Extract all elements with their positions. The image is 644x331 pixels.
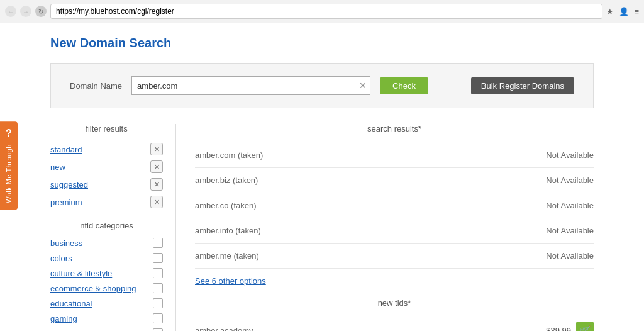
ntld-colors-link[interactable]: colors bbox=[50, 254, 72, 263]
result-domain-2: amber.co (taken) bbox=[195, 201, 257, 210]
result-row-2: amber.co (taken) Not Available bbox=[195, 193, 594, 218]
ntld-gaming: gaming bbox=[50, 313, 163, 323]
address-bar[interactable] bbox=[50, 4, 602, 19]
tld-row-0: amber.academy $39.99 🛒 bbox=[195, 315, 594, 331]
results-title: search results* bbox=[195, 124, 594, 133]
ntld-colors: colors bbox=[50, 253, 163, 263]
ntld-educational-link[interactable]: educational bbox=[50, 299, 92, 308]
help-tab[interactable]: ? Walk Me Through bbox=[0, 121, 18, 210]
filter-standard-link[interactable]: standard bbox=[50, 145, 82, 154]
browser-chrome: ← → ↻ ★ 👤 ≡ bbox=[0, 0, 644, 23]
result-row-0: amber.com (taken) Not Available bbox=[195, 143, 594, 168]
ntld-culture-link[interactable]: culture & lifestyle bbox=[50, 269, 112, 278]
tld-domain-0: amber.academy bbox=[195, 326, 253, 332]
menu-icon: ≡ bbox=[634, 7, 639, 16]
filter-premium: premium ✕ bbox=[50, 196, 163, 208]
remove-new-btn[interactable]: ✕ bbox=[150, 160, 163, 173]
walkthrough-label: Walk Me Through bbox=[5, 144, 13, 203]
filter-new: new ✕ bbox=[50, 160, 163, 173]
domain-name-label: Domain Name bbox=[70, 81, 122, 91]
filter-premium-link[interactable]: premium bbox=[50, 198, 82, 207]
tld-price-0: $39.99 bbox=[546, 326, 571, 332]
result-domain-0: amber.com (taken) bbox=[195, 150, 263, 160]
remove-standard-btn[interactable]: ✕ bbox=[150, 143, 163, 155]
remove-suggested-btn[interactable]: ✕ bbox=[150, 178, 163, 191]
result-domain-1: amber.biz (taken) bbox=[195, 176, 258, 185]
remove-premium-btn[interactable]: ✕ bbox=[150, 196, 163, 208]
profile-icon: 👤 bbox=[619, 7, 629, 16]
ntld-educational-checkbox[interactable] bbox=[153, 298, 163, 308]
search-box-area: Domain Name ✕ Check Bulk Register Domain… bbox=[50, 63, 594, 108]
ntld-business-link[interactable]: business bbox=[50, 238, 82, 248]
back-button[interactable]: ← bbox=[5, 6, 16, 17]
result-row-3: amber.info (taken) Not Available bbox=[195, 218, 594, 244]
add-to-cart-button-0[interactable]: 🛒 bbox=[576, 322, 594, 331]
ntld-business-checkbox[interactable] bbox=[153, 238, 163, 248]
filter-suggested-link[interactable]: suggested bbox=[50, 180, 88, 189]
result-domain-3: amber.info (taken) bbox=[195, 226, 261, 235]
tld-price-cart-0: $39.99 🛒 bbox=[546, 322, 594, 331]
ntld-educational: educational bbox=[50, 298, 163, 308]
result-status-4: Not Available bbox=[546, 251, 594, 261]
page-title: New Domain Search bbox=[50, 36, 594, 50]
result-row-1: amber.biz (taken) Not Available bbox=[195, 168, 594, 193]
bulk-register-button[interactable]: Bulk Register Domains bbox=[471, 77, 574, 94]
result-status-2: Not Available bbox=[546, 201, 594, 210]
ntld-gaming-link[interactable]: gaming bbox=[50, 314, 77, 323]
ntld-general-link[interactable]: general bbox=[50, 329, 77, 332]
domain-search-input[interactable] bbox=[131, 76, 370, 95]
ntld-colors-checkbox[interactable] bbox=[153, 253, 163, 263]
search-input-wrapper: ✕ bbox=[131, 76, 370, 95]
ntld-title: ntld categories bbox=[50, 221, 163, 230]
question-icon: ? bbox=[6, 128, 12, 139]
filter-standard: standard ✕ bbox=[50, 143, 163, 155]
two-column-layout: filter results standard ✕ new ✕ suggeste… bbox=[50, 124, 594, 331]
see-other-options-link[interactable]: See 6 other options bbox=[195, 276, 266, 286]
forward-button[interactable]: → bbox=[20, 6, 31, 17]
ntld-ecommerce: ecommerce & shopping bbox=[50, 283, 163, 293]
result-status-3: Not Available bbox=[546, 226, 594, 235]
ntld-general-checkbox[interactable] bbox=[153, 328, 163, 331]
ntld-gaming-checkbox[interactable] bbox=[153, 313, 163, 323]
filter-title: filter results bbox=[50, 124, 163, 133]
result-status-1: Not Available bbox=[546, 176, 594, 185]
results-panel: search results* amber.com (taken) Not Av… bbox=[176, 124, 594, 331]
ntld-general: general bbox=[50, 328, 163, 331]
ntld-business: business bbox=[50, 238, 163, 248]
browser-icons: ★ 👤 ≡ bbox=[606, 7, 639, 16]
filter-suggested: suggested ✕ bbox=[50, 178, 163, 191]
result-status-0: Not Available bbox=[546, 150, 594, 160]
ntld-culture: culture & lifestyle bbox=[50, 268, 163, 278]
result-domain-4: amber.me (taken) bbox=[195, 251, 259, 261]
ntld-ecommerce-link[interactable]: ecommerce & shopping bbox=[50, 284, 136, 293]
refresh-button[interactable]: ↻ bbox=[35, 6, 47, 17]
result-row-4: amber.me (taken) Not Available bbox=[195, 244, 594, 269]
filter-new-link[interactable]: new bbox=[50, 162, 65, 172]
ntld-culture-checkbox[interactable] bbox=[153, 268, 163, 278]
main-content: New Domain Search Domain Name ✕ Check Bu… bbox=[0, 23, 644, 331]
filter-sidebar: filter results standard ✕ new ✕ suggeste… bbox=[50, 124, 176, 331]
ntld-ecommerce-checkbox[interactable] bbox=[153, 283, 163, 293]
check-button[interactable]: Check bbox=[380, 77, 428, 94]
clear-input-button[interactable]: ✕ bbox=[359, 81, 367, 91]
new-tlds-title: new tlds* bbox=[195, 298, 594, 308]
star-icon: ★ bbox=[606, 7, 614, 16]
